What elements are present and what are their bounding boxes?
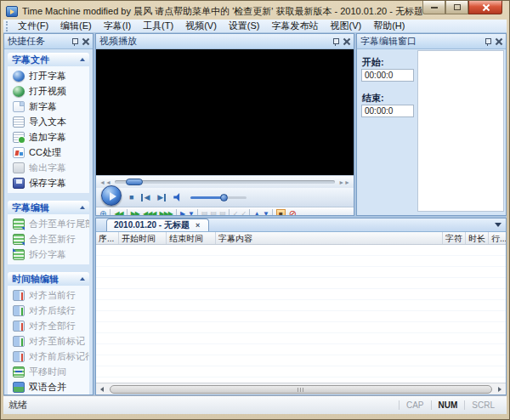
task-append-subtitle[interactable]: 追加字幕 bbox=[8, 129, 89, 145]
seek-bar-row: ◄◄ ►► bbox=[96, 175, 354, 188]
align-current-line-icon bbox=[13, 290, 25, 301]
quick-tasks-body: 字幕文件 打开字幕 打开视频 新字幕 导入文本 追加字幕 CC处理 输出字幕 保… bbox=[4, 49, 93, 394]
task-bilingual-merge[interactable]: 双语合并 bbox=[8, 379, 89, 394]
collapse-icon bbox=[80, 58, 85, 61]
scroll-left-icon[interactable] bbox=[96, 384, 108, 394]
task-align-mark-lines[interactable]: 对齐前后标记行 bbox=[8, 349, 89, 364]
check-tool-2-icon[interactable]: ✓ bbox=[241, 211, 246, 217]
column-header-index[interactable]: 序... bbox=[96, 232, 119, 244]
minimize-button[interactable] bbox=[422, 1, 445, 14]
column-header-lines[interactable]: 行... bbox=[489, 232, 506, 244]
end-time-input[interactable] bbox=[361, 105, 414, 117]
tab-close-icon[interactable]: × bbox=[194, 220, 201, 230]
start-time-input[interactable] bbox=[361, 69, 414, 82]
task-cc-process[interactable]: CC处理 bbox=[8, 145, 89, 160]
column-header-end-time[interactable]: 结束时间 bbox=[167, 232, 216, 244]
forward-3-button[interactable]: ▶▶▶ bbox=[159, 211, 172, 217]
tray-up-button[interactable]: ▲ bbox=[253, 211, 259, 217]
section-header-subtitle-edit[interactable]: 字幕编辑 bbox=[8, 201, 89, 214]
subtitle-edit-header: 字幕编辑窗口 bbox=[357, 34, 506, 49]
merge-to-line-end-icon bbox=[13, 219, 25, 230]
grid-body bbox=[96, 245, 506, 383]
section-title: 字幕编辑 bbox=[12, 201, 49, 214]
column-header-content[interactable]: 字幕内容 bbox=[216, 232, 443, 244]
list-tool-3-icon[interactable]: ▤ bbox=[219, 211, 225, 217]
task-merge-to-new-line[interactable]: 合并至新行 bbox=[8, 231, 89, 247]
play-button[interactable] bbox=[101, 185, 122, 206]
pin-icon[interactable] bbox=[71, 37, 77, 46]
task-open-video[interactable]: 打开视频 bbox=[8, 83, 89, 99]
scrollbar-thumb[interactable] bbox=[110, 385, 492, 394]
horizontal-scrollbar[interactable] bbox=[96, 383, 506, 394]
sync-down-button[interactable]: ▼ bbox=[188, 211, 194, 217]
section-header-timeline-edit[interactable]: 时间轴编辑 bbox=[8, 272, 89, 286]
task-new-subtitle[interactable]: 新字幕 bbox=[8, 99, 89, 114]
task-merge-to-line-end[interactable]: 合并至单行尾部 bbox=[8, 216, 89, 231]
task-split-subtitle[interactable]: 拆分字幕 bbox=[8, 247, 89, 262]
task-save-subtitle[interactable]: 保存字幕 bbox=[8, 175, 89, 190]
tab-list-dropdown-icon[interactable] bbox=[495, 223, 502, 227]
menu-view[interactable]: 视图(V) bbox=[325, 19, 368, 33]
separator bbox=[229, 209, 230, 216]
minimize-icon bbox=[431, 7, 438, 9]
menu-subtitle[interactable]: 字幕(I) bbox=[98, 19, 137, 33]
panel-close-icon[interactable] bbox=[496, 38, 502, 45]
rewind-2-button[interactable]: ◀◀ bbox=[114, 211, 122, 217]
disable-video-button[interactable]: ⊘ bbox=[289, 209, 297, 216]
volume-slider[interactable] bbox=[190, 196, 246, 199]
subtitle-text-area[interactable] bbox=[417, 50, 504, 212]
seek-forward-icon[interactable]: ►► bbox=[338, 179, 350, 185]
menu-help[interactable]: 帮助(H) bbox=[367, 19, 411, 33]
list-tool-1-icon[interactable]: ▤ bbox=[201, 211, 207, 217]
pin-icon[interactable] bbox=[332, 37, 338, 46]
play-line-button[interactable]: ▶ bbox=[180, 211, 184, 217]
task-align-to-prev-mark[interactable]: 对齐至前标记 bbox=[8, 333, 89, 349]
menu-tools[interactable]: 工具(T) bbox=[137, 19, 179, 33]
task-align-current-line[interactable]: 对齐当前行 bbox=[8, 287, 89, 303]
document-tab[interactable]: 2010.01.20 - 无标题 × bbox=[106, 219, 209, 231]
menu-file[interactable]: 文件(F) bbox=[12, 19, 54, 33]
maximize-button[interactable] bbox=[445, 1, 468, 14]
task-align-all-lines[interactable]: 对齐全部行 bbox=[8, 318, 89, 333]
import-text-icon bbox=[13, 116, 25, 128]
menu-publish-site[interactable]: 字幕发布站 bbox=[266, 19, 325, 33]
check-tool-1-icon[interactable]: ✓ bbox=[233, 211, 238, 217]
quick-tasks-panel: 快捷任务 字幕文件 打开字幕 打开视频 新字幕 导入文本 追加字幕 bbox=[3, 33, 94, 395]
end-time-label: 结束: bbox=[362, 92, 384, 105]
task-shift-time[interactable]: 平移时间 bbox=[8, 364, 89, 379]
column-header-chars[interactable]: 字符 bbox=[443, 232, 466, 244]
task-export-subtitle[interactable]: 输出字幕 bbox=[8, 160, 89, 175]
scroll-right-icon[interactable] bbox=[494, 384, 506, 394]
seek-track[interactable] bbox=[115, 180, 335, 184]
menu-video[interactable]: 视频(V) bbox=[179, 19, 223, 33]
close-button[interactable] bbox=[468, 1, 502, 14]
column-header-duration[interactable]: 时长 bbox=[466, 232, 489, 244]
task-import-text[interactable]: 导入文本 bbox=[8, 114, 89, 129]
forward-2-button[interactable]: ▶▶ bbox=[131, 211, 139, 217]
section-subtitle-edit: 字幕编辑 合并至单行尾部 合并至新行 拆分字幕 bbox=[8, 201, 89, 264]
merge-to-new-line-icon bbox=[13, 234, 25, 245]
encoding-globe-icon[interactable]: ⊕ bbox=[99, 210, 106, 217]
list-tool-2-icon[interactable]: ▤ bbox=[211, 211, 217, 217]
task-open-subtitle[interactable]: 打开字幕 bbox=[8, 68, 89, 83]
section-header-subtitle-file[interactable]: 字幕文件 bbox=[8, 53, 89, 66]
cc-process-icon bbox=[13, 147, 25, 158]
column-header-start-time[interactable]: 开始时间 bbox=[119, 232, 167, 244]
menu-settings[interactable]: 设置(S) bbox=[223, 19, 266, 33]
volume-thumb[interactable] bbox=[220, 194, 228, 201]
next-frame-button[interactable]: ▶ bbox=[157, 194, 166, 201]
task-align-following-lines[interactable]: 对齐后续行 bbox=[8, 303, 89, 318]
stop-button[interactable]: ■ bbox=[129, 194, 133, 201]
seek-rewind-icon[interactable]: ◄◄ bbox=[99, 179, 111, 185]
pin-icon[interactable] bbox=[484, 37, 490, 46]
panel-close-icon[interactable] bbox=[82, 38, 89, 45]
volume-icon[interactable] bbox=[173, 193, 183, 201]
rewind-3-button[interactable]: ◀◀◀ bbox=[143, 211, 156, 217]
prev-frame-button[interactable]: ◀ bbox=[141, 194, 150, 201]
seek-thumb[interactable] bbox=[126, 179, 143, 185]
tray-down-button[interactable]: ▼ bbox=[263, 211, 269, 217]
close-icon bbox=[482, 3, 490, 11]
panel-close-icon[interactable] bbox=[343, 38, 350, 45]
menu-edit[interactable]: 编辑(E) bbox=[54, 19, 98, 33]
capture-toggle-button[interactable]: ■ bbox=[276, 209, 286, 217]
